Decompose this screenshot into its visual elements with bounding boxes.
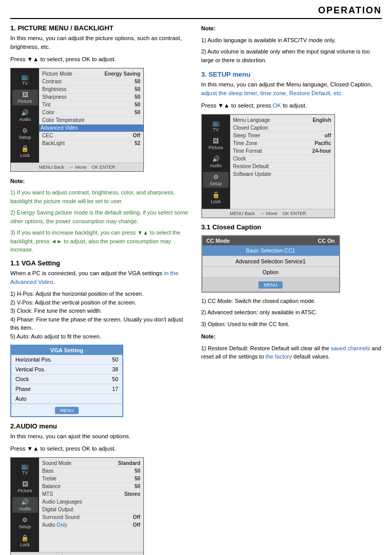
note-label: Note: <box>10 178 25 184</box>
cc-menu-button[interactable]: MENU <box>258 281 283 289</box>
row-picture-mode: Picture ModeEnergy Saving <box>42 70 140 78</box>
sidebar-picture[interactable]: 🖼Picture <box>12 89 38 105</box>
cc-option-option[interactable]: Option <box>202 267 339 278</box>
vga-row-clock: Clock50 <box>11 374 122 384</box>
cc-items: 1) CC Mode: Switch the closed caption mo… <box>201 297 382 329</box>
setup-row-closedcap: Closed Caption <box>233 124 331 132</box>
section3-1-heading: 3.1 Closed Caption <box>201 223 382 231</box>
right-note-1: 1) Audio language is available in ATSC/T… <box>201 36 382 45</box>
audio-menu-content: Sound ModeStandard Bass50 Treble50 Balan… <box>39 458 143 552</box>
section1-para2: Press ▼▲ to select, press OK to adjust. <box>10 55 191 64</box>
audio-row-balance: Balance50 <box>42 483 140 491</box>
audio-row-digitalout: Digital Output <box>42 506 140 514</box>
tv-sidebar: 📺TV 🖼Picture 🔊Audio ⚙Setup 🔒Lock <box>11 68 39 163</box>
section-setup-menu: 3. SETUP menu In this menu, you can adju… <box>201 70 382 218</box>
setup-row-softwareupdate: Software Update <box>233 171 331 178</box>
setup-sidebar-picture[interactable]: 🖼Picture <box>203 136 229 152</box>
setup-row-sleeptimer: Sleep Timeroff <box>233 132 331 140</box>
section1-heading: 1. PICTURE MENU / BACKLIGHT <box>10 24 191 32</box>
sidebar-lock[interactable]: 🔒Lock <box>12 144 38 159</box>
vga-setting-box: VGA Setting Horizontal Pos.50 Vertical P… <box>10 345 123 417</box>
setup-sidebar-audio[interactable]: 🔊Audio <box>203 154 229 170</box>
note-item-3: 3) If you want to increase backlight, yo… <box>10 228 191 254</box>
right-col-note: Note: 1) Audio language is available in … <box>201 24 382 64</box>
setup-sidebar-setup[interactable]: ⚙Setup <box>203 172 229 188</box>
section2-para1: In this menu, you can ajust the sound op… <box>10 432 191 441</box>
vga-row-hpos: Horizontal Pos.50 <box>11 355 122 365</box>
section-closed-caption: 3.1 Closed Caption CC Mode CC On Basic S… <box>201 223 382 361</box>
row-cec: CECOff <box>42 132 140 140</box>
note-item-2: 2) Energy Saving picture mode is the def… <box>10 208 191 225</box>
audio-row-audiolang: Audio Languages <box>42 498 140 506</box>
section3-heading: 3. SETUP menu <box>201 70 382 78</box>
right-note-label: Note: <box>201 25 216 31</box>
cc-mode-value: CC On <box>318 238 335 244</box>
vga-row-phase: Phase17 <box>11 384 122 394</box>
audio-row-audioonly: Audio OnlyOff <box>42 522 140 529</box>
section1-para1: In this menu, you can adjust the picture… <box>10 34 191 52</box>
audio-sidebar-audio[interactable]: 🔊Audio <box>12 497 38 513</box>
setup-tv-sidebar: 📺TV 🖼Picture 🔊Audio ⚙Setup 🔒Lock <box>202 115 230 209</box>
audio-tv-sidebar: 📺TV 🖼Picture 🔊Audio ⚙Setup 🔒Lock <box>11 458 39 552</box>
row-tint: Tint50 <box>42 101 140 109</box>
audio-sidebar-tv[interactable]: 📺TV <box>12 461 38 477</box>
cc-option-advanced[interactable]: Advanced Selection Service1 <box>202 256 339 267</box>
cc-option-basic[interactable]: Basic Selection CC1 <box>202 245 339 256</box>
section-audio-menu: 2.AUDIO menu In this menu, you can ajust… <box>10 422 191 555</box>
setup-menu: 📺TV 🖼Picture 🔊Audio ⚙Setup 🔒Lock Menu La… <box>201 114 335 218</box>
audio-sidebar-setup[interactable]: ⚙Setup <box>12 515 38 531</box>
audio-row-mts: MTSStereo <box>42 491 140 498</box>
setup-row-menulang: Menu LanguageEnglish <box>233 117 331 124</box>
sidebar-tv[interactable]: 📺TV <box>12 71 38 87</box>
cc-menu-btn-area: MENU <box>202 278 339 292</box>
picture-menu-content: Picture ModeEnergy Saving Contrast50 Bri… <box>39 68 143 163</box>
row-advanced-video: Advanced Video <box>39 124 143 132</box>
section1-1-heading: 1.1 VGA Setting <box>10 259 191 267</box>
audio-menu-footer: MENU Back↔ MoveOK ENTER <box>11 552 143 555</box>
sidebar-setup[interactable]: ⚙Setup <box>12 126 38 141</box>
vga-menu-button[interactable]: MENU <box>55 407 79 414</box>
setup-menu-footer: MENU Back↔ MoveOK ENTER <box>202 209 334 218</box>
audio-row-bass: Bass50 <box>42 468 140 475</box>
section2-para2: Press ▼▲ to select, press OK to adjust. <box>10 444 191 453</box>
setup-sidebar-tv[interactable]: 📺TV <box>203 118 229 134</box>
row-brightness: Brightness50 <box>42 86 140 94</box>
row-color: Color50 <box>42 109 140 117</box>
setup-row-timeformat: Time Format24-hour <box>233 148 331 155</box>
picture-menu: 📺TV 🖼Picture 🔊Audio ⚙Setup 🔒Lock Picture… <box>10 68 144 172</box>
setup-row-clock: Clock <box>233 155 331 163</box>
section-vga-setting: 1.1 VGA Setting When a PC is connected, … <box>10 259 191 418</box>
setup-sidebar-lock[interactable]: 🔒Lock <box>203 190 229 206</box>
section3-para1: In this menu, you can adjust the Menu la… <box>201 80 382 98</box>
section3-para2: Press ▼▲ to select, press OK to adjust. <box>201 101 382 110</box>
cc-note-1: 1) Restore Default: Restore Default will… <box>201 344 382 361</box>
note-item-1: 1) If you want to adjust contrast, brigh… <box>10 188 191 205</box>
section1-1-para: When a PC is connected, you can adjust t… <box>10 269 191 287</box>
sidebar-audio[interactable]: 🔊Audio <box>12 108 38 123</box>
page-title: OPERATION <box>10 5 382 19</box>
picture-menu-footer: MENU Back↔ MoveOK ENTER <box>11 163 143 171</box>
row-contrast: Contrast50 <box>42 78 140 86</box>
cc-title-row: CC Mode CC On <box>202 236 339 245</box>
cc-item-2: 2) Advanced selection: only available in… <box>201 308 382 317</box>
audio-menu: 📺TV 🖼Picture 🔊Audio ⚙Setup 🔒Lock Sound M… <box>10 457 144 555</box>
audio-sidebar-lock[interactable]: 🔒Lock <box>12 533 38 549</box>
audio-row-treble: Treble50 <box>42 475 140 483</box>
setup-row-timezone: Time ZonePacific <box>233 140 331 148</box>
right-note-2: 2) Auto volume is available only when th… <box>201 47 382 64</box>
section-picture-backlight: 1. PICTURE MENU / BACKLIGHT In this menu… <box>10 24 191 254</box>
row-sharpness: Sharpness50 <box>42 94 140 101</box>
vga-menu-btn-area: MENU <box>11 404 122 416</box>
vga-row-auto: Auto <box>11 394 122 404</box>
audio-row-soundmode: Sound ModeStandard <box>42 460 140 468</box>
section1-note: Note: 1) If you want to adjust contrast,… <box>10 177 191 254</box>
setup-row-restoredefault: Restore Default <box>233 163 331 171</box>
row-backlight: BackLight52 <box>42 140 140 147</box>
vga-items: 1) H-Pos: Adjust the horizontal position… <box>10 290 191 341</box>
setup-menu-content: Menu LanguageEnglish Closed Caption Slee… <box>230 115 334 209</box>
cc-note: Note: 1) Restore Default: Restore Defaul… <box>201 332 382 361</box>
vga-title: VGA Setting <box>11 346 122 355</box>
section2-heading: 2.AUDIO menu <box>10 422 191 430</box>
cc-item-3: 3) Option: Used to edit the CC font. <box>201 320 382 329</box>
audio-sidebar-picture[interactable]: 🖼Picture <box>12 479 38 495</box>
